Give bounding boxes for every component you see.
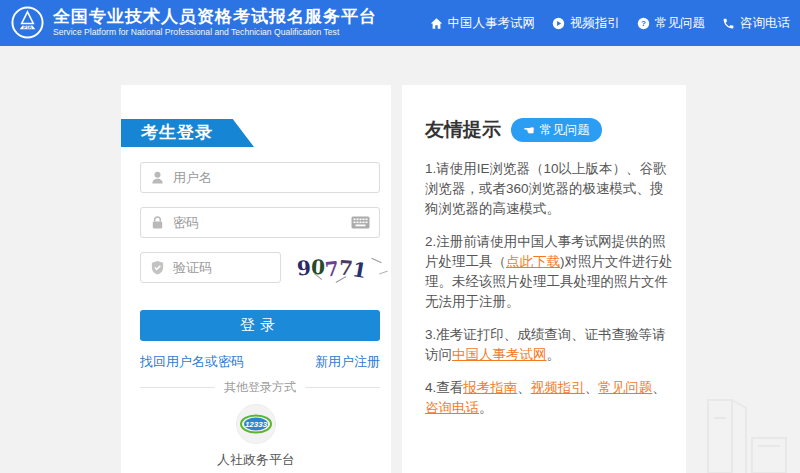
username-field-box	[140, 162, 380, 193]
faq-badge-label: 常见问题	[540, 122, 590, 139]
cpta-logo-icon: PTA	[10, 5, 45, 40]
12333-logo-icon: 12333	[239, 412, 273, 436]
alt-login-label: 人社政务平台	[121, 451, 391, 469]
tips-title: 友情提示	[425, 117, 501, 143]
brand-titles: 全国专业技术人员资格考试报名服务平台 Service Platform for …	[53, 7, 377, 38]
china-personnel-testing-link[interactable]: 中国人事考试网	[452, 347, 547, 362]
login-button[interactable]: 登录	[140, 310, 380, 341]
user-icon	[150, 170, 165, 185]
site-title: 全国专业技术人员资格考试报名服务平台	[53, 7, 377, 27]
faq-badge-button[interactable]: ☚ 常见问题	[511, 118, 602, 142]
nav-label: 咨询电话	[740, 15, 790, 32]
divider-line	[305, 387, 380, 388]
captcha-digits: 90771	[297, 250, 389, 285]
tip-4-text: 、	[585, 380, 599, 395]
tip-2: 2.注册前请使用中国人事考试网提供的照片处理工具（点此下载)对照片文件进行处理。…	[425, 232, 677, 312]
tip-4-text: 、	[652, 380, 666, 395]
forgot-credentials-link[interactable]: 找回用户名或密码	[140, 353, 244, 371]
video-guide-link[interactable]: 视频指引	[531, 380, 585, 395]
nav-faq[interactable]: ? 常见问题	[637, 15, 705, 32]
tip-3: 3.准考证打印、成绩查询、证书查验等请访问中国人事考试网。	[425, 325, 677, 365]
header-nav: 中国人事考试网 视频指引 ? 常见问题 咨询电话	[430, 0, 791, 46]
other-login-label: 其他登录方式	[224, 379, 296, 396]
nav-china-personnel-testing[interactable]: 中国人事考试网	[430, 15, 536, 32]
username-input[interactable]	[173, 170, 370, 185]
divider-line	[140, 387, 215, 388]
phone-consult-link[interactable]: 咨询电话	[425, 400, 479, 415]
download-photo-tool-link[interactable]: 点此下载	[506, 254, 560, 269]
captcha-field-box	[140, 252, 281, 283]
nav-label: 视频指引	[570, 15, 620, 32]
background-watermark	[694, 388, 794, 473]
nav-phone[interactable]: 咨询电话	[722, 15, 790, 32]
tip-4: 4.查看报考指南、视频指引、常见问题、咨询电话。	[425, 378, 677, 418]
tip-4-text: 、	[517, 380, 531, 395]
12333-logo-text: 12333	[245, 420, 268, 429]
tip-1: 1.请使用IE浏览器（10以上版本）、谷歌浏览器，或者360浏览器的极速模式、搜…	[425, 159, 677, 219]
other-login-divider: 其他登录方式	[140, 379, 380, 396]
home-icon	[430, 17, 443, 30]
exam-guide-link[interactable]: 报考指南	[463, 380, 517, 395]
soft-keyboard-icon[interactable]	[351, 216, 370, 229]
site-subtitle: Service Platform for National Profession…	[53, 27, 377, 38]
alt-login-12333-button[interactable]: 12333	[236, 404, 276, 444]
play-icon	[552, 17, 565, 30]
tips-panel: 友情提示 ☚ 常见问题 1.请使用IE浏览器（10以上版本）、谷歌浏览器，或者3…	[402, 85, 686, 473]
phone-icon	[722, 17, 735, 30]
tip-4-text: 4.查看	[425, 380, 463, 395]
cpta-logo-text: PTA	[23, 25, 32, 30]
nav-label: 常见问题	[655, 15, 705, 32]
nav-video-guide[interactable]: 视频指引	[552, 15, 620, 32]
tips-header: 友情提示 ☚ 常见问题	[425, 117, 677, 143]
captcha-input[interactable]	[173, 260, 271, 275]
page: PTA 全国专业技术人员资格考试报名服务平台 Service Platform …	[0, 0, 800, 473]
password-field-box	[140, 207, 380, 238]
faq-link[interactable]: 常见问题	[598, 380, 652, 395]
svg-text:?: ?	[641, 19, 646, 28]
tip-3-text: 。	[547, 347, 561, 362]
shield-check-icon	[150, 260, 165, 275]
question-icon: ?	[637, 17, 650, 30]
new-user-register-link[interactable]: 新用户注册	[315, 353, 380, 371]
captcha-image[interactable]: 90771	[297, 250, 389, 285]
login-panel: 考生登录	[121, 85, 391, 473]
header-bar: PTA 全国专业技术人员资格考试报名服务平台 Service Platform …	[0, 0, 800, 46]
login-links-row: 找回用户名或密码 新用户注册	[140, 353, 380, 371]
tip-4-text: 。	[479, 400, 493, 415]
brand: PTA 全国专业技术人员资格考试报名服务平台 Service Platform …	[10, 5, 377, 40]
password-input[interactable]	[173, 215, 351, 230]
pointing-hand-icon: ☚	[523, 124, 535, 137]
nav-label: 中国人事考试网	[448, 15, 536, 32]
lock-icon	[150, 215, 165, 230]
login-panel-title: 考生登录	[121, 119, 254, 147]
